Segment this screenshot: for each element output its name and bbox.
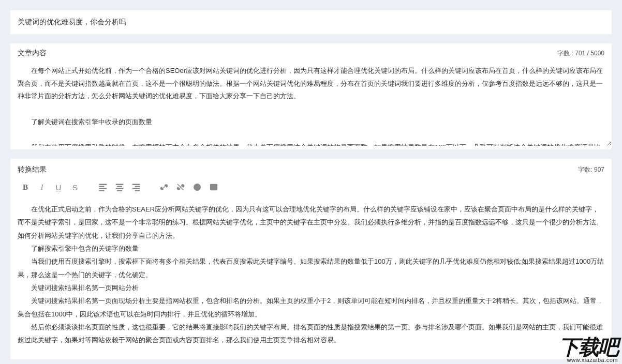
- smile-icon: [193, 183, 201, 191]
- emoji-button[interactable]: [189, 180, 205, 194]
- content-panel: 文章内容 字数 : 701 / 5000: [10, 43, 612, 149]
- title-panel: [10, 10, 612, 34]
- result-paragraph: 在优化正式启动之前，作为合格的SEAER应分析网站关键字的优化，因为只有这可以合…: [18, 203, 604, 242]
- unlink-icon: [176, 183, 185, 191]
- unlink-button[interactable]: [173, 180, 188, 194]
- content-header-label: 文章内容: [18, 49, 47, 58]
- align-center-button[interactable]: [112, 180, 127, 194]
- link-button[interactable]: [156, 180, 172, 194]
- result-paragraph: 关键词搜索结果排名第一页面现场分析主要是指网站权重，包含和排名的分析。如果主页的…: [18, 294, 604, 321]
- align-right-icon: [132, 183, 140, 191]
- result-paragraph: 关键词搜索结果排名第一页网站分析: [18, 281, 604, 294]
- align-left-icon: [99, 183, 107, 191]
- svg-point-2: [198, 186, 199, 187]
- underline-button[interactable]: U: [51, 180, 66, 194]
- image-icon: [210, 183, 218, 191]
- result-panel: 转换结果 字数: 907 B I U S: [10, 159, 612, 359]
- content-header: 文章内容 字数 : 701 / 5000: [10, 43, 612, 61]
- image-button[interactable]: [206, 180, 221, 194]
- strikethrough-button[interactable]: S: [67, 180, 83, 194]
- result-header: 转换结果 字数: 907: [10, 159, 612, 178]
- align-left-button[interactable]: [95, 180, 111, 194]
- bold-button[interactable]: B: [18, 180, 33, 194]
- align-center-icon: [115, 183, 124, 191]
- italic-button[interactable]: I: [34, 180, 50, 194]
- result-body[interactable]: 在优化正式启动之前，作为合格的SEAER应分析网站关键字的优化，因为只有这可以合…: [10, 199, 612, 359]
- result-char-count: 字数: 907: [578, 165, 604, 174]
- align-right-button[interactable]: [128, 180, 144, 194]
- result-paragraph: 然后你必须谈谈排名页面的性质，这也很重要，它的结果将直接影响我们的关键字布局。排…: [18, 321, 604, 347]
- result-paragraph: 当我们使用百度搜索引擎时，搜索框下面将有多个相关结果，代表百度搜索此关键字编号。…: [18, 255, 604, 281]
- content-textarea[interactable]: [10, 61, 612, 146]
- title-input[interactable]: [10, 10, 612, 34]
- svg-point-1: [196, 186, 196, 187]
- content-char-count: 字数 : 701 / 5000: [557, 49, 604, 58]
- svg-point-4: [212, 186, 213, 187]
- link-icon: [160, 183, 168, 191]
- result-paragraph: 了解搜索引擎中包含的关键字的数量: [18, 242, 604, 255]
- result-header-label: 转换结果: [18, 165, 47, 174]
- rich-toolbar: B I U S: [10, 178, 612, 199]
